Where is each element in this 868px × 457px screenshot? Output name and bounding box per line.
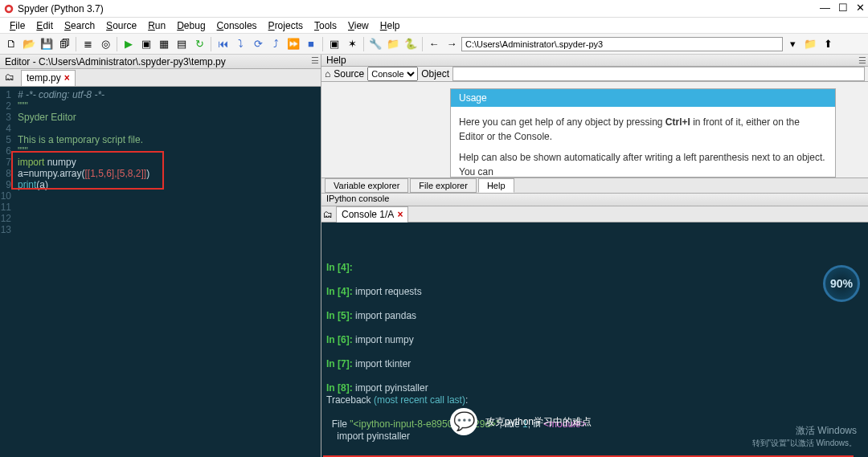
fullscreen-icon[interactable]: ✶	[344, 36, 360, 52]
menu-edit[interactable]: Edit	[31, 18, 58, 33]
list-icon[interactable]: ≣	[80, 36, 96, 52]
workdir-dropdown-icon[interactable]: ▾	[784, 36, 800, 52]
separator	[76, 37, 76, 51]
menu-source[interactable]: Source	[101, 18, 141, 33]
help-text: Here you can get help of any object by p…	[451, 107, 835, 177]
menu-view[interactable]: View	[343, 18, 374, 33]
new-file-icon[interactable]: 🗋	[3, 36, 19, 52]
menu-run[interactable]: Run	[143, 18, 170, 33]
debug-into-icon[interactable]: ⤵	[232, 36, 248, 52]
tab-file-explorer[interactable]: File explorer	[410, 178, 477, 193]
menu-search[interactable]: Search	[59, 18, 100, 33]
ipython-console[interactable]: In [4]: In [4]: import requests In [5]: …	[321, 222, 868, 457]
parent-dir-icon[interactable]: ⬆	[820, 36, 836, 52]
maximize-button[interactable]: ☐	[838, 2, 848, 14]
workdir-input[interactable]	[461, 37, 783, 51]
menu-help[interactable]: Help	[375, 18, 405, 33]
activate-windows: 激活 Windows 转到"设置"以激活 Windows。	[752, 424, 857, 449]
run-icon[interactable]: ▶	[121, 36, 137, 52]
tab-help[interactable]: Help	[478, 178, 514, 193]
help-source-label: Source	[334, 68, 364, 80]
debug-out-icon[interactable]: ⤴	[268, 36, 284, 52]
editor-pane: Editor - C:\Users\Administrator\.spyder-…	[0, 55, 321, 457]
run-cell-advance-icon[interactable]: ▦	[156, 36, 172, 52]
help-object-input[interactable]	[452, 67, 865, 81]
tab-variable-explorer[interactable]: Variable explorer	[325, 178, 408, 193]
editor-pane-title: Editor - C:\Users\Administrator\.spyder-…	[0, 55, 321, 69]
console-tab-label: Console 1/A	[342, 209, 394, 220]
help-pane-title: Help ☰	[321, 55, 868, 67]
help-title-label: Help	[326, 55, 346, 66]
maximize-pane-icon[interactable]: ▣	[326, 36, 342, 52]
editor-tab-label: temp.py	[27, 72, 61, 84]
pythonpath-icon[interactable]: 📁	[385, 36, 401, 52]
help-home-icon[interactable]: ⌂	[325, 68, 330, 80]
browse-tabs-icon[interactable]: 🗂	[323, 209, 333, 220]
debug-stop-icon[interactable]: ■	[303, 36, 319, 52]
menu-consoles[interactable]: Consoles	[212, 18, 262, 33]
run-cell-icon[interactable]: ▣	[138, 36, 154, 52]
minimize-button[interactable]: —	[820, 2, 830, 14]
help-object-label: Object	[421, 68, 449, 80]
rerun-icon[interactable]: ↻	[191, 36, 207, 52]
menu-projects[interactable]: Projects	[264, 18, 308, 33]
open-file-icon[interactable]: 📂	[21, 36, 37, 52]
help-source-select[interactable]: Console	[367, 67, 418, 81]
back-icon[interactable]: ←	[426, 36, 442, 52]
spyder-logo-icon	[3, 3, 14, 14]
console-pane-title: IPython console	[321, 194, 868, 206]
watermark: 💬 攻克python学习中的难点	[450, 408, 592, 435]
config-icon[interactable]: ◎	[97, 36, 113, 52]
debug-over-icon[interactable]: ⟳	[250, 36, 266, 52]
forward-icon[interactable]: →	[444, 36, 460, 52]
separator	[211, 37, 211, 51]
browse-tabs-icon[interactable]: 🗂	[5, 71, 18, 84]
help-bottom-tabs: Variable explorerFile explorerHelp	[321, 178, 868, 194]
close-tab-icon[interactable]: ×	[64, 72, 70, 84]
menu-file[interactable]: File	[5, 18, 30, 33]
console-tab[interactable]: Console 1/A ×	[336, 206, 408, 222]
python-icon[interactable]: 🐍	[403, 36, 419, 52]
separator	[363, 37, 364, 51]
help-usage-header: Usage	[451, 89, 835, 107]
svg-point-1	[6, 6, 10, 10]
titlebar: Spyder (Python 3.7) — ☐ ✕	[0, 0, 868, 18]
help-toolbar: ⌂ Source Console Object	[321, 67, 868, 82]
save-icon[interactable]: 💾	[39, 36, 55, 52]
run-selection-icon[interactable]: ▤	[174, 36, 190, 52]
toolbar: 🗋 📂 💾 🗐 ≣ ◎ ▶ ▣ ▦ ▤ ↻ ⏮ ⤵ ⟳ ⤴ ⏩ ■ ▣ ✶ 🔧 …	[0, 34, 868, 55]
code-editor[interactable]: 12345678910111213 # -*- coding: utf-8 -*…	[0, 87, 321, 457]
separator	[422, 37, 423, 51]
browse-dir-icon[interactable]: 📁	[802, 36, 818, 52]
window-title: Spyder (Python 3.7)	[18, 3, 104, 14]
pane-options-icon[interactable]: ☰	[858, 55, 866, 66]
menu-debug[interactable]: Debug	[172, 18, 210, 33]
wechat-icon: 💬	[450, 408, 477, 435]
console-tabbar: 🗂 Console 1/A ×	[321, 206, 868, 222]
separator	[117, 37, 117, 51]
close-tab-icon[interactable]: ×	[397, 209, 403, 220]
editor-tab[interactable]: temp.py ×	[21, 70, 76, 86]
save-all-icon[interactable]: 🗐	[56, 36, 72, 52]
menubar: FileEditSearchSourceRunDebugConsolesProj…	[0, 18, 868, 34]
progress-badge: 90%	[823, 265, 860, 302]
pane-options-icon[interactable]: ☰	[311, 55, 319, 66]
help-content: Usage Here you can get help of any objec…	[450, 88, 836, 177]
editor-tabbar: 🗂 temp.py ×	[0, 69, 321, 87]
separator	[322, 37, 323, 51]
menu-tools[interactable]: Tools	[309, 18, 342, 33]
editor-pane-path: Editor - C:\Users\Administrator\.spyder-…	[5, 56, 226, 67]
prefs-icon[interactable]: 🔧	[367, 36, 383, 52]
debug-continue-icon[interactable]: ⏩	[285, 36, 301, 52]
debug-step-icon[interactable]: ⏮	[215, 36, 231, 52]
close-button[interactable]: ✕	[856, 2, 865, 14]
